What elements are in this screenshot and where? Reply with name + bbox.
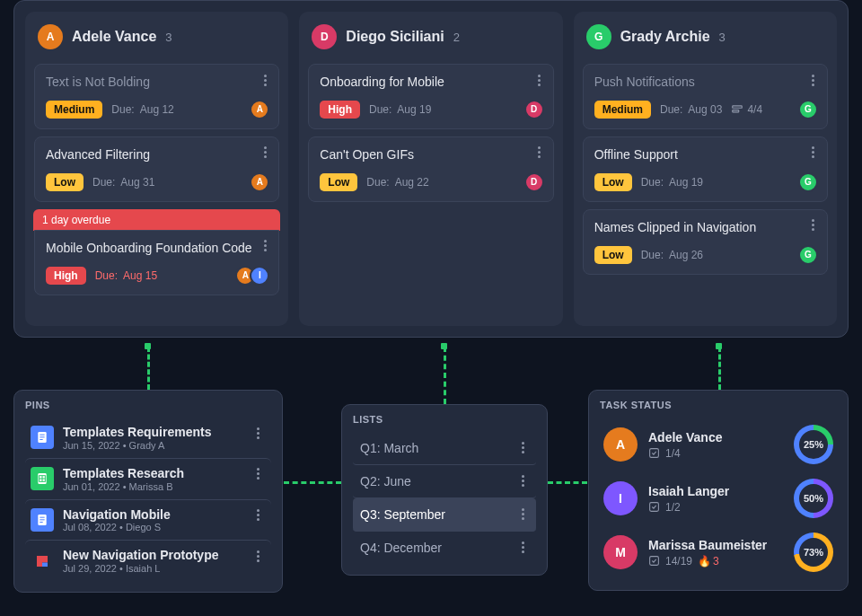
pin-item[interactable]: New Navigation Prototype Jul 29, 2022 • … [25,540,271,581]
status-row[interactable]: M Marissa Baumeister 14/19 🔥 3 73% [600,525,837,579]
card-menu-button[interactable] [250,548,266,564]
list-item-label: Q1: March [360,441,418,455]
svg-rect-5 [40,439,42,440]
task-card[interactable]: Offline Support Low Due: Aug 19 G [583,136,828,202]
progress-donut: 50% [794,479,833,518]
due-date: Due: Aug 03 [660,103,722,116]
pin-item[interactable]: Navigation Mobile Jul 08, 2022 • Diego S [25,499,271,541]
assignee-list: G [804,172,818,192]
status-check-count: 14/19 🔥 3 [648,555,767,568]
priority-badge: Low [320,173,357,191]
column-owner-name: Adele Vance [72,29,156,45]
list-item[interactable]: Q4: December [353,532,536,564]
lists-panel: LISTS Q1: March Q2: June Q3: September Q… [341,404,548,576]
avatar: I [250,266,269,286]
card-menu-button[interactable] [257,145,273,161]
column-count: 2 [453,31,460,44]
due-date: Due: Aug 12 [111,103,173,116]
column-owner-name: Grady Archie [620,29,710,45]
due-date: Due: Aug 22 [366,176,428,189]
list-item-label: Q2: June [360,474,411,488]
list-item-label: Q3: September [360,507,445,522]
pin-subtitle: Jun 01, 2022 • Marissa B [63,481,184,492]
card-menu-button[interactable] [805,72,822,88]
card-menu-button[interactable] [257,72,273,88]
avatar: G [798,172,818,192]
avatar: D [312,24,337,49]
connector [147,347,150,390]
task-card[interactable]: Can't Open GIFs Low Due: Aug 22 D [308,136,553,202]
pin-subtitle: Jul 08, 2022 • Diego S [63,522,171,532]
card-menu-button[interactable] [805,145,822,161]
assignee-list: D [530,172,544,192]
subtask-count: 4/4 [731,103,762,116]
assignee-list: G [804,245,818,265]
priority-badge: Low [46,173,84,191]
board-column: A Adele Vance 3 Text is Not Bolding Medi… [25,12,288,326]
file-type-icon [31,508,54,532]
card-menu-button[interactable] [532,72,548,88]
task-card[interactable]: Push Notifications Medium Due: Aug 03 4/… [583,64,828,129]
list-item[interactable]: Q1: March [353,432,536,465]
connector [444,347,446,404]
card-menu-button[interactable] [805,217,822,233]
card-menu-button[interactable] [515,506,531,522]
status-person-name: Marissa Baumeister [648,538,767,552]
pin-item[interactable]: Templates Requirements Jun 15, 2022 • Gr… [25,418,271,458]
task-card[interactable]: Advanced Filtering Low Due: Aug 31 A [34,136,279,202]
card-menu-button[interactable] [257,238,273,254]
status-row[interactable]: A Adele Vance 1/4 25% [600,418,837,471]
task-card[interactable]: Text is Not Bolding Medium Due: Aug 12 A [34,64,279,129]
task-card[interactable]: Onboarding for Mobile High Due: Aug 19 D [308,64,553,129]
pin-title: Templates Research [63,466,184,481]
svg-rect-12 [40,519,44,520]
card-title: Advanced Filtering [46,146,269,163]
card-title: Names Clipped in Navigation [594,219,818,236]
status-check-count: 1/4 [648,447,723,460]
status-row[interactable]: I Isaiah Langer 1/2 50% [600,471,837,525]
card-menu-button[interactable] [515,539,531,555]
list-item-label: Q4: December [360,541,442,555]
assignee-list: D [530,100,544,119]
board-column: D Diego Siciliani 2 Onboarding for Mobil… [299,12,562,326]
assignee-list: AI [241,266,269,286]
card-menu-button[interactable] [532,145,548,161]
svg-rect-16 [650,557,659,566]
task-card[interactable]: Names Clipped in Navigation Low Due: Aug… [583,209,828,275]
assignee-list: A [255,172,269,192]
pin-item[interactable]: Templates Research Jun 01, 2022 • Mariss… [25,458,271,499]
pin-subtitle: Jul 29, 2022 • Isaiah L [63,563,218,574]
avatar: D [524,100,544,119]
svg-rect-4 [40,437,44,438]
avatar: G [586,24,611,49]
priority-badge: Low [594,246,632,264]
board-column: G Grady Archie 3 Push Notifications Medi… [574,12,837,326]
priority-badge: High [46,267,86,285]
svg-rect-1 [733,110,739,111]
task-status-panel: TASK STATUS A Adele Vance 1/4 25% I Isai… [588,390,849,591]
list-item[interactable]: Q2: June [353,465,536,498]
card-menu-button[interactable] [250,425,266,441]
priority-badge: Medium [46,101,102,119]
card-title: Text is Not Bolding [46,74,269,91]
due-date: Due: Aug 31 [92,176,154,189]
task-card[interactable]: 1 day overdue Mobile Onboarding Foundati… [34,209,279,295]
card-menu-button[interactable] [515,439,531,455]
status-person-name: Adele Vance [648,430,723,444]
card-menu-button[interactable] [515,472,531,488]
avatar: A [38,24,63,49]
list-item[interactable]: Q3: September [353,498,536,532]
card-menu-button[interactable] [250,507,266,524]
avatar: A [603,427,638,462]
pin-title: Navigation Mobile [63,507,171,523]
status-check-count: 1/2 [648,501,729,514]
priority-badge: Low [594,173,632,191]
kanban-board: A Adele Vance 3 Text is Not Bolding Medi… [13,0,849,338]
card-title: Can't Open GIFs [320,146,543,163]
avatar: M [603,535,638,569]
avatar: G [798,100,818,119]
due-date: Due: Aug 15 [95,269,157,282]
card-menu-button[interactable] [250,466,266,482]
priority-badge: Medium [594,101,651,119]
avatar: I [603,481,638,515]
